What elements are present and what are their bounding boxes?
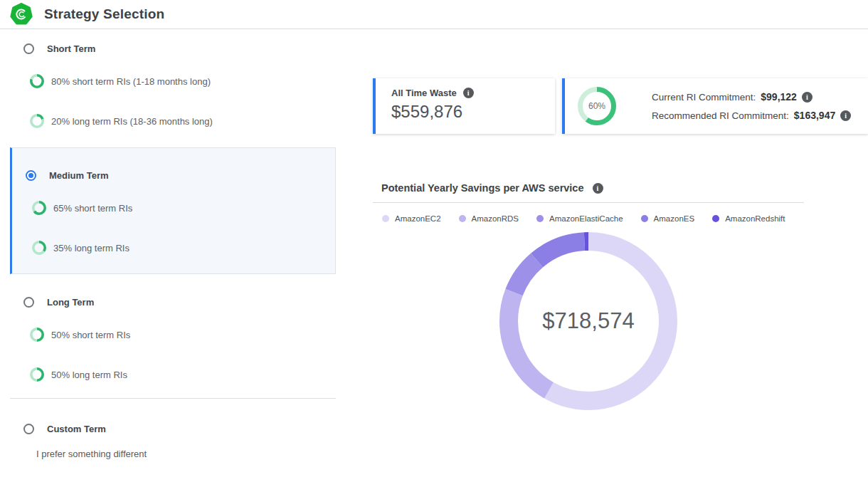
legend-dot-icon <box>382 215 389 222</box>
app-logo-icon <box>10 3 33 26</box>
allocation-row: 20% long term RIs (18-36 months long) <box>10 114 336 128</box>
radio-short-term[interactable] <box>23 43 34 54</box>
page-title: Strategy Selection <box>44 6 164 22</box>
commitment-label: Current RI Commitment: <box>652 92 756 103</box>
allocation-label: 50% short term RIs <box>51 330 130 340</box>
allocation-donut-icon <box>32 201 46 215</box>
commitment-label: Recommended RI Commitment: <box>652 110 789 121</box>
allocation-row: 50% long term RIs <box>10 367 336 382</box>
ri-commitment-card: 60% Current RI Commitment: $99,122 i Rec… <box>562 78 868 134</box>
legend-label: AmazonES <box>654 214 695 223</box>
strategy-label: Short Term <box>47 43 95 54</box>
chart-legend: AmazonEC2 AmazonRDS AmazonElastiCache Am… <box>382 214 803 223</box>
commitment-gauge: 60% <box>578 87 616 125</box>
legend-item-AmazonRedshift[interactable]: AmazonRedshift <box>712 214 785 223</box>
savings-donut-chart[interactable]: $718,574 <box>499 232 677 410</box>
legend-label: AmazonEC2 <box>395 214 441 223</box>
allocation-donut-icon <box>30 114 44 128</box>
all-time-waste-card: All Time Waste i $559,876 <box>373 78 555 134</box>
gauge-percent-label: 60% <box>578 87 616 125</box>
strategy-short-term[interactable]: Short Term 80% short term RIs (1-18 mont… <box>10 43 336 128</box>
strategy-label: Medium Term <box>49 170 109 181</box>
legend-dot-icon <box>641 215 648 222</box>
section-divider <box>10 398 336 399</box>
strategy-custom-term[interactable]: Custom Term I prefer something different <box>10 424 336 459</box>
info-icon[interactable]: i <box>463 88 474 98</box>
legend-item-AmazonES[interactable]: AmazonES <box>641 214 695 223</box>
strategy-medium-term[interactable]: Medium Term 65% short term RIs 35% long … <box>10 147 336 274</box>
commitment-row: Current RI Commitment: $99,122 i <box>652 91 851 103</box>
commitment-rows: Current RI Commitment: $99,122 i Recomme… <box>652 91 851 121</box>
legend-label: AmazonElastiCache <box>549 214 623 223</box>
legend-dot-icon <box>459 215 466 222</box>
allocation-label: 20% long term RIs (18-36 months long) <box>51 116 213 127</box>
allocation-row: 50% short term RIs <box>10 328 336 342</box>
chart-title: Potential Yearly Savings per AWS service <box>381 182 584 194</box>
radio-medium-term[interactable] <box>26 170 36 181</box>
allocation-donut-icon <box>30 74 44 88</box>
legend-label: AmazonRedshift <box>725 214 785 223</box>
radio-custom-term[interactable] <box>23 424 34 434</box>
donut-center-total: $718,574 <box>499 232 677 410</box>
info-icon[interactable]: i <box>593 183 603 194</box>
waste-card-value: $559,876 <box>391 102 555 122</box>
strategy-list: Short Term 80% short term RIs (1-18 mont… <box>10 29 336 459</box>
allocation-donut-icon <box>32 241 46 255</box>
radio-long-term[interactable] <box>23 297 34 308</box>
commitment-value: $163,947 <box>794 110 835 121</box>
strategy-label: Custom Term <box>47 424 106 434</box>
custom-term-note: I prefer something different <box>10 449 336 459</box>
legend-item-AmazonEC2[interactable]: AmazonEC2 <box>382 214 441 223</box>
info-icon[interactable]: i <box>840 110 851 121</box>
strategy-label: Long Term <box>47 297 94 308</box>
allocation-label: 80% short term RIs (1-18 months long) <box>51 76 211 87</box>
info-icon[interactable]: i <box>802 92 813 103</box>
allocation-donut-icon <box>30 367 44 382</box>
legend-label: AmazonRDS <box>472 214 519 223</box>
allocation-row: 35% long term RIs <box>12 241 335 255</box>
legend-dot-icon <box>712 215 719 222</box>
commitment-value: $99,122 <box>761 91 797 103</box>
legend-dot-icon <box>536 215 544 222</box>
strategy-long-term[interactable]: Long Term 50% short term RIs 50% long te… <box>10 297 336 382</box>
allocation-row: 65% short term RIs <box>12 201 335 215</box>
commitment-row: Recommended RI Commitment: $163,947 i <box>652 110 851 121</box>
legend-item-AmazonRDS[interactable]: AmazonRDS <box>459 214 519 223</box>
allocation-row: 80% short term RIs (1-18 months long) <box>10 74 336 88</box>
allocation-label: 50% long term RIs <box>51 370 127 380</box>
legend-item-AmazonElastiCache[interactable]: AmazonElastiCache <box>536 214 623 223</box>
allocation-label: 35% long term RIs <box>53 243 129 253</box>
app-header: Strategy Selection <box>0 0 868 29</box>
allocation-label: 65% short term RIs <box>53 203 132 214</box>
allocation-donut-icon <box>30 328 44 342</box>
waste-card-label: All Time Waste <box>391 88 457 98</box>
chart-divider <box>373 202 804 203</box>
